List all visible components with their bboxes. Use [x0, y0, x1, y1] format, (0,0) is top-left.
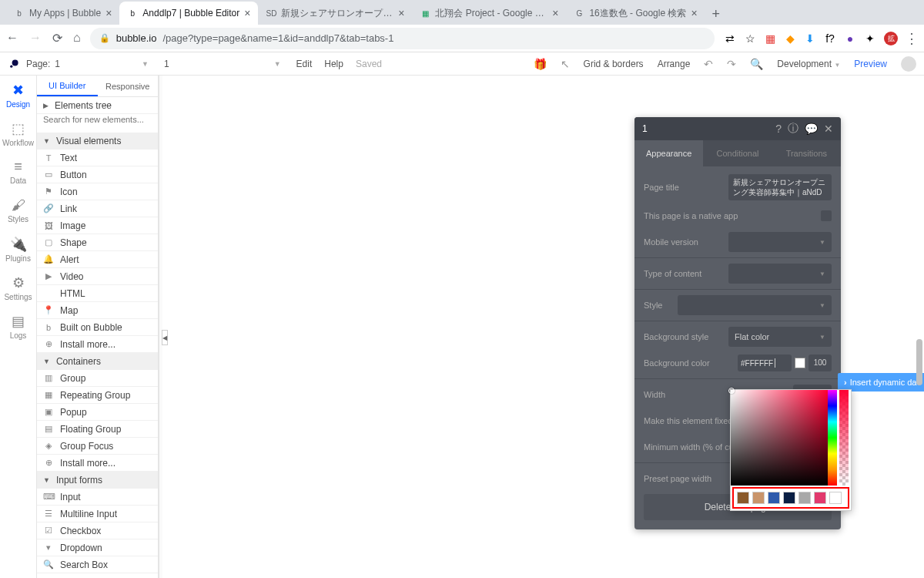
- info-icon[interactable]: ⓘ: [788, 122, 798, 136]
- browser-tab[interactable]: G16進数色 - Google 検索×: [566, 2, 705, 25]
- preset-swatch[interactable]: [783, 492, 795, 504]
- close-icon[interactable]: ×: [244, 7, 250, 19]
- tab-responsive[interactable]: Responsive: [98, 76, 159, 96]
- ext-icon[interactable]: ◆: [784, 32, 796, 45]
- search-input[interactable]: [43, 115, 152, 124]
- bg-color-input[interactable]: #FFFFFF: [738, 355, 792, 371]
- browser-tab[interactable]: bAnddlp7 | Bubble Editor×: [119, 2, 258, 25]
- element-item[interactable]: ⊕Install more...: [37, 336, 158, 353]
- preset-swatch[interactable]: [829, 492, 842, 504]
- bg-style-dropdown[interactable]: Flat color▼: [728, 327, 832, 347]
- ext-icon[interactable]: ⬇: [804, 32, 816, 45]
- avatar[interactable]: [901, 56, 916, 72]
- element-item[interactable]: ▣Popup: [37, 404, 158, 421]
- close-icon[interactable]: ×: [398, 7, 404, 19]
- reload-icon[interactable]: ⟳: [52, 31, 62, 45]
- element-item[interactable]: ▥Group: [37, 370, 158, 387]
- element-item[interactable]: ▶Video: [37, 268, 158, 285]
- preset-swatch[interactable]: [752, 492, 765, 504]
- scrollbar[interactable]: [916, 339, 922, 385]
- element-item[interactable]: 🔔Alert: [37, 251, 158, 268]
- alpha-slider[interactable]: [839, 390, 849, 486]
- rail-data[interactable]: ≡Data: [0, 153, 36, 191]
- color-swatch[interactable]: [795, 358, 805, 368]
- rail-workflow[interactable]: ⬚Workflow: [0, 114, 36, 153]
- puzzle-icon[interactable]: ✦: [864, 32, 876, 45]
- edit-menu[interactable]: Edit: [296, 59, 313, 69]
- element-item[interactable]: 🔗Link: [37, 200, 158, 217]
- home-icon[interactable]: ⌂: [73, 31, 81, 45]
- page-selector[interactable]: Page: 1 ▼: [26, 59, 149, 69]
- elements-tree-toggle[interactable]: ▶Elements tree: [37, 97, 158, 114]
- help-icon[interactable]: ?: [775, 123, 782, 135]
- native-app-toggle[interactable]: [821, 210, 832, 221]
- section-containers[interactable]: ▼Containers: [37, 353, 158, 370]
- mobile-version-dropdown[interactable]: ▼: [728, 232, 832, 252]
- element-item[interactable]: ▭Button: [37, 166, 158, 183]
- element-item[interactable]: ◈Group Focus: [37, 438, 158, 455]
- browser-tab[interactable]: bMy Apps | Bubble×: [6, 2, 119, 25]
- section-visual-elements[interactable]: ▼Visual elements: [37, 133, 158, 150]
- rail-plugins[interactable]: 🔌Plugins: [0, 230, 36, 268]
- tab-transitions[interactable]: Transitions: [772, 140, 841, 166]
- undo-icon[interactable]: ↶: [704, 58, 713, 70]
- element-item[interactable]: ▾Dropdown: [37, 539, 158, 556]
- rail-settings[interactable]: ⚙Settings: [0, 268, 36, 307]
- close-icon[interactable]: ✕: [824, 123, 833, 135]
- element-item[interactable]: ⌨Input: [37, 489, 158, 506]
- hue-slider[interactable]: [828, 390, 837, 486]
- preview-link[interactable]: Preview: [854, 59, 887, 69]
- back-icon[interactable]: ←: [6, 31, 18, 45]
- rail-design[interactable]: ✖Design: [0, 76, 36, 114]
- env-selector[interactable]: Development ▼: [777, 59, 840, 69]
- section-input-forms[interactable]: ▼Input forms: [37, 472, 158, 489]
- element-item[interactable]: ▤Floating Group: [37, 421, 158, 438]
- ext-icon[interactable]: f?: [824, 32, 836, 45]
- page-title-input[interactable]: 新規シェアサロンオープニング美容師募集中｜aNdD: [728, 174, 832, 200]
- element-item[interactable]: 🖼Image: [37, 217, 158, 234]
- close-icon[interactable]: ×: [105, 7, 112, 19]
- property-header[interactable]: 1 ? ⓘ 💬 ✕: [634, 117, 841, 140]
- menu-icon[interactable]: ⋮: [906, 32, 918, 45]
- element-selector[interactable]: 1 ▼: [164, 59, 281, 69]
- ext-icon[interactable]: ●: [844, 32, 856, 45]
- browser-tab[interactable]: ▦北翔会 Project - Google スプレ×: [412, 2, 566, 25]
- rail-styles[interactable]: 🖌Styles: [0, 191, 36, 230]
- element-item[interactable]: ☑Checkbox: [37, 523, 158, 539]
- redo-icon[interactable]: ↷: [727, 58, 736, 70]
- comment-icon[interactable]: 💬: [805, 123, 818, 135]
- rail-logs[interactable]: ▤Logs: [0, 307, 36, 345]
- element-item[interactable]: ▢Shape: [37, 234, 158, 251]
- ext-icon[interactable]: ▦: [764, 32, 776, 45]
- type-content-dropdown[interactable]: ▼: [728, 264, 832, 284]
- element-item[interactable]: HTML: [37, 285, 158, 302]
- arrange-menu[interactable]: Arrange: [658, 59, 691, 69]
- preset-swatch[interactable]: [814, 492, 826, 504]
- element-item[interactable]: ☰Multiline Input: [37, 506, 158, 523]
- preset-swatch[interactable]: [768, 492, 780, 504]
- close-icon[interactable]: ×: [691, 7, 697, 19]
- cursor-icon[interactable]: ↖: [561, 58, 570, 70]
- saturation-field[interactable]: [731, 390, 828, 486]
- help-menu[interactable]: Help: [324, 59, 343, 69]
- browser-tab[interactable]: SD新規シェアサロンオープニング美×: [258, 2, 412, 25]
- translate-icon[interactable]: ⇄: [724, 32, 736, 45]
- gift-icon[interactable]: 🎁: [534, 58, 547, 70]
- new-tab-button[interactable]: +: [705, 3, 727, 25]
- opacity-input[interactable]: 100: [808, 355, 832, 371]
- close-icon[interactable]: ×: [552, 7, 558, 19]
- element-item[interactable]: 📍Map: [37, 302, 158, 319]
- star-icon[interactable]: ☆: [744, 32, 756, 45]
- element-item[interactable]: 🔍Search Box: [37, 556, 158, 573]
- element-item[interactable]: bBuilt on Bubble: [37, 319, 158, 336]
- element-item[interactable]: ⚑Icon: [37, 183, 158, 200]
- tab-ui-builder[interactable]: UI Builder: [37, 76, 98, 96]
- tab-conditional[interactable]: Conditional: [703, 140, 772, 166]
- element-item[interactable]: ▦Repeating Group: [37, 387, 158, 404]
- ext-icon[interactable]: 拡: [884, 32, 898, 45]
- search-icon[interactable]: 🔍: [750, 58, 763, 70]
- element-item[interactable]: ⊕Install more...: [37, 455, 158, 472]
- tab-appearance[interactable]: Appearance: [634, 140, 703, 166]
- preset-swatch[interactable]: [798, 492, 811, 504]
- style-dropdown[interactable]: ▼: [678, 295, 832, 315]
